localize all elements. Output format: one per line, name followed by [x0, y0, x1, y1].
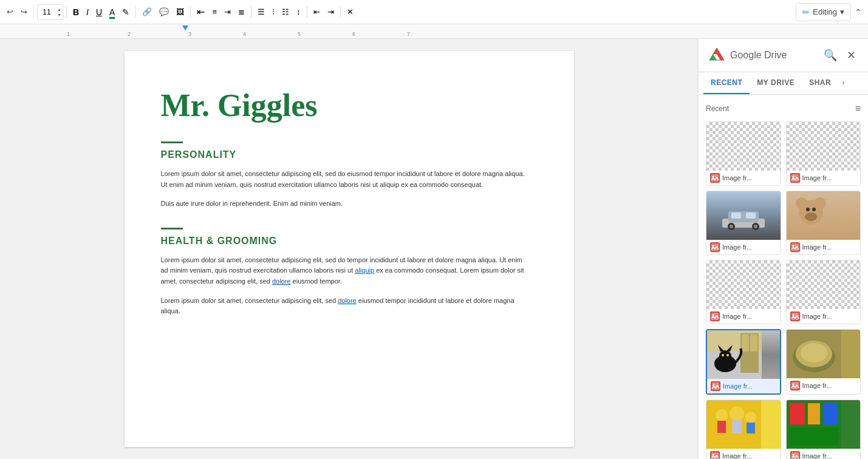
file-item[interactable]: Image fr...: [786, 191, 861, 255]
personality-heading: PERSONALITY: [161, 149, 525, 160]
svg-marker-2: [709, 54, 717, 60]
font-size-input[interactable]: [38, 8, 56, 16]
image-type-icon: [710, 451, 720, 459]
file-item[interactable]: Image fr...: [786, 399, 861, 459]
image-type-icon: [790, 173, 800, 183]
font-size-arrows[interactable]: ▲ ▼: [56, 7, 63, 18]
ruler: 1 2 3 4 5 6 7: [0, 24, 868, 39]
svg-point-27: [806, 208, 810, 211]
file-item[interactable]: Image fr...: [786, 121, 861, 186]
align-center-button[interactable]: ≡: [209, 4, 220, 21]
highlight-button[interactable]: ✎: [119, 4, 132, 21]
expand-button[interactable]: ⌃: [852, 5, 864, 19]
file-item[interactable]: Image fr...: [706, 260, 781, 324]
indent-more-button[interactable]: ⇥: [324, 4, 337, 21]
file-label-row: Image fr...: [706, 171, 781, 185]
file-name: Image fr...: [722, 243, 752, 251]
svg-point-18: [730, 225, 733, 228]
italic-button[interactable]: I: [83, 4, 92, 21]
file-thumbnail: [706, 400, 781, 449]
drive-search-button[interactable]: 🔍: [821, 46, 839, 64]
underline-button[interactable]: U: [93, 4, 105, 21]
bold-button[interactable]: B: [70, 4, 82, 21]
file-thumbnail: [787, 330, 861, 378]
drive-view-toggle-button[interactable]: ≡: [855, 103, 861, 114]
align-right-button[interactable]: ⇥: [221, 4, 234, 21]
tab-more-icon[interactable]: ›: [838, 72, 848, 94]
editing-button[interactable]: ✏ Editing ▾: [796, 3, 851, 21]
file-label-row: Image fr...: [706, 309, 781, 324]
redo-button[interactable]: ↪: [18, 4, 30, 21]
health-link-3[interactable]: dolore: [338, 297, 357, 304]
numbered-list-button[interactable]: ☰: [255, 4, 268, 21]
toolbar-divider-5: [251, 6, 251, 18]
colorful-svg: [787, 400, 841, 449]
ruler-mark-3: 3: [188, 31, 191, 37]
toolbar-divider-2: [66, 6, 67, 18]
svg-rect-43: [750, 335, 757, 352]
align-left-button[interactable]: ⇤: [194, 4, 208, 21]
file-name: Image fr...: [802, 313, 832, 320]
svg-point-19: [754, 225, 757, 228]
line-spacing-button[interactable]: ↕: [293, 4, 304, 21]
image-button[interactable]: 🖼: [173, 4, 187, 21]
health-heading: HEALTH & GROOMING: [161, 236, 525, 246]
image-type-icon: [790, 381, 800, 390]
health-link-2[interactable]: dolore: [272, 277, 291, 285]
file-item[interactable]: Image fr...: [706, 121, 781, 186]
drive-header: Google Drive 🔍 ✕: [699, 39, 868, 72]
drive-content[interactable]: Recent ≡ Image fr...: [699, 95, 868, 459]
svg-point-45: [719, 350, 731, 361]
font-size-box[interactable]: ▲ ▼: [37, 4, 63, 20]
tab-my-drive[interactable]: MY DRIVE: [750, 72, 802, 94]
file-name: Image fr...: [723, 382, 753, 390]
drive-tabs: RECENT MY DRIVE SHAR ›: [699, 72, 868, 95]
align-justify-button[interactable]: ≣: [235, 4, 248, 21]
drive-close-button[interactable]: ✕: [844, 46, 858, 64]
editing-label: Editing: [813, 7, 837, 16]
file-thumbnail: [787, 191, 861, 240]
file-thumbnail: [706, 260, 781, 309]
link-button[interactable]: 🔗: [139, 4, 155, 21]
document-area[interactable]: Mr. Giggles PERSONALITY Lorem ipsum dolo…: [0, 39, 698, 459]
tab-recent[interactable]: RECENT: [703, 72, 750, 94]
file-item[interactable]: Image fr...: [706, 399, 781, 459]
ruler-tab-marker: [182, 25, 188, 30]
section-health: HEALTH & GROOMING Lorem ipsum dolor sit …: [161, 228, 525, 317]
svg-rect-66: [747, 423, 755, 433]
file-thumbnail: [787, 400, 861, 449]
comment-button[interactable]: 💬: [156, 4, 172, 21]
checklist-button[interactable]: ☷: [279, 4, 292, 21]
file-label-row: Image fr...: [707, 379, 780, 393]
font-size-up-icon[interactable]: ▲: [56, 7, 63, 12]
indent-less-button[interactable]: ⇤: [310, 4, 323, 21]
file-item-selected[interactable]: Image fr...: [706, 329, 781, 395]
personality-para-2: Duis aute irure dolor in reprehenderit. …: [161, 199, 525, 209]
file-name: Image fr...: [722, 174, 752, 182]
file-item[interactable]: Image fr...: [706, 191, 781, 255]
clear-format-button[interactable]: ✕: [344, 4, 357, 21]
undo-button[interactable]: ↩: [4, 4, 16, 21]
teddy-svg: [787, 191, 835, 240]
file-thumbnail: [707, 330, 780, 379]
font-size-down-icon[interactable]: ▼: [56, 12, 63, 18]
tab-shared[interactable]: SHAR: [802, 72, 838, 94]
file-item[interactable]: Image fr...: [786, 260, 861, 324]
image-type-icon: [710, 242, 720, 252]
ruler-mark-4: 4: [243, 31, 246, 37]
toolbar: ↩ ↪ ▲ ▼ B I U A ✎ 🔗 💬 🖼 ⇤ ≡ ⇥ ≣ ☰ ⁝ ☷ ↕ …: [0, 0, 868, 24]
ruler-mark-1: 1: [67, 31, 70, 37]
toolbar-divider-7: [340, 6, 341, 18]
file-name: Image fr...: [802, 174, 832, 182]
image-type-icon: [710, 311, 720, 321]
health-link-1[interactable]: aliquip: [355, 267, 374, 274]
file-item[interactable]: Image fr...: [786, 329, 861, 395]
file-name: Image fr...: [802, 243, 832, 251]
file-name: Image fr...: [722, 313, 752, 320]
file-name: Image fr...: [802, 452, 832, 459]
bullet-list-button[interactable]: ⁝: [269, 4, 278, 21]
ruler-mark-7: 7: [407, 31, 410, 37]
text-color-button[interactable]: A: [106, 4, 118, 21]
section-divider-personality: [161, 141, 183, 143]
file-thumbnail: [706, 122, 781, 171]
